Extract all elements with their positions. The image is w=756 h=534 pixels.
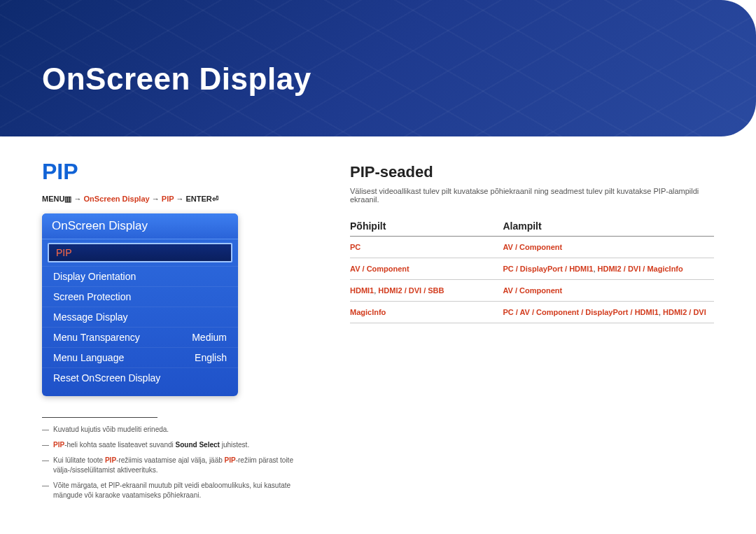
separator: / <box>513 243 519 251</box>
menu-item-menu-language[interactable]: Menu LanguageEnglish <box>42 347 238 367</box>
note-1: ―Kuvatud kujutis võib mudeliti erineda. <box>42 425 315 435</box>
note-4-text: Võite märgata, et PIP-ekraanil muutub pi… <box>53 481 315 500</box>
source-token: Component <box>367 265 410 273</box>
separator: / <box>579 308 585 316</box>
arrow-icon: → <box>176 195 183 203</box>
source-token: Component <box>536 308 579 316</box>
menu-item-label: Message Display <box>53 311 128 323</box>
note-2: ―PIP-heli kohta saate lisateavet suvandi… <box>42 440 315 450</box>
source-token: MagicInfo <box>647 265 682 273</box>
table-cell: AV / Component <box>350 258 503 280</box>
table-cell: AV / Component <box>503 237 714 258</box>
source-token: PC <box>503 265 513 273</box>
note-2-bold: Sound Select <box>176 441 220 449</box>
menu-spacer <box>42 388 238 396</box>
table-cell: AV / Component <box>503 280 714 302</box>
note-1-text: Kuvatud kujutis võib mudeliti erineda. <box>53 425 169 435</box>
separator: / <box>402 286 409 295</box>
menu-item-label: Display Orientation <box>53 271 136 282</box>
note-3-t2: -režiimis vaatamise ajal välja, jääb <box>116 456 225 464</box>
separator: / <box>563 265 569 273</box>
note-2-hl1: PIP <box>53 441 64 449</box>
table-cell: PC <box>350 237 503 258</box>
menu-header: OnScreen Display <box>42 213 238 239</box>
left-column: PIP MENU▥ → OnScreen Display → PIP → ENT… <box>42 159 315 506</box>
osd-menu-panel: OnScreen Display PIPDisplay OrientationS… <box>42 213 238 396</box>
note-3-hl2: PIP <box>225 456 236 464</box>
note-2-t1: -heli kohta saate lisateavet suvandi <box>64 441 175 449</box>
table-col1-header: Põhipilt <box>350 216 503 237</box>
source-token: DVI <box>409 286 421 295</box>
bc-osd: OnScreen Display <box>84 195 150 203</box>
separator: / <box>629 308 635 316</box>
table-cell: PC / AV / Component / DisplayPort / HDMI… <box>503 302 714 323</box>
note-3: ―Kui lülitate toote PIP-režiimis vaatami… <box>42 456 315 475</box>
right-heading: PIP-seaded <box>350 163 714 181</box>
table-row: HDMI1, HDMI2 / DVI / SBBAV / Component <box>350 280 714 302</box>
menu-item-label: PIP <box>56 247 72 258</box>
source-token: AV <box>519 308 529 316</box>
source-token: MagicInfo <box>350 308 386 316</box>
menu-item-display-orientation[interactable]: Display Orientation <box>42 266 238 286</box>
source-token: HDMI1 <box>569 265 593 273</box>
separator: / <box>360 265 366 273</box>
source-token: SBB <box>428 286 444 295</box>
menu-item-message-display[interactable]: Message Display <box>42 307 238 327</box>
note-3-text: Kui lülitate toote PIP-režiimis vaatamis… <box>53 456 315 475</box>
menu-item-value: Medium <box>192 332 227 343</box>
note-2-t2: juhistest. <box>220 441 249 449</box>
pip-table: Põhipilt Alampilt PCAV / ComponentAV / C… <box>350 216 714 323</box>
arrow-icon: → <box>74 195 81 203</box>
source-token: AV <box>503 286 512 295</box>
source-token: AV <box>503 243 512 251</box>
footnotes: ―Kuvatud kujutis võib mudeliti erineda. … <box>42 425 315 500</box>
note-2-text: PIP-heli kohta saate lisateavet suvandi … <box>53 440 249 450</box>
source-token: Component <box>519 243 562 251</box>
section-heading: PIP <box>42 159 315 185</box>
separator: / <box>421 286 428 295</box>
separator: / <box>514 265 520 273</box>
note-4: ―Võite märgata, et PIP-ekraanil muutub p… <box>42 481 315 500</box>
menu-item-label: Menu Transparency <box>53 332 140 343</box>
source-token: HDMI1 <box>350 286 374 295</box>
table-col2-header: Alampilt <box>503 216 714 237</box>
menu-item-reset-onscreen-display[interactable]: Reset OnScreen Display <box>42 367 238 388</box>
menu-item-label: Reset OnScreen Display <box>53 372 160 384</box>
table-cell: HDMI1, HDMI2 / DVI / SBB <box>350 280 503 302</box>
menu-item-pip[interactable]: PIP <box>48 243 232 262</box>
bc-menu: MENU <box>42 195 64 203</box>
table-row: MagicInfoPC / AV / Component / DisplayPo… <box>350 302 714 323</box>
page-banner: OnScreen Display <box>0 0 756 136</box>
table-row: AV / ComponentPC / DisplayPort / HDMI1, … <box>350 258 714 280</box>
separator: / <box>530 308 536 316</box>
source-token: PC <box>503 308 513 316</box>
menu-item-label: Menu Language <box>53 352 124 363</box>
source-token: DisplayPort <box>585 308 628 316</box>
bc-pip: PIP <box>162 195 174 203</box>
menu-items-container: PIPDisplay OrientationScreen ProtectionM… <box>42 243 238 388</box>
right-description: Välisest videoallikast tulev pilt kuvata… <box>350 187 714 204</box>
table-body: PCAV / ComponentAV / ComponentPC / Displ… <box>350 237 714 323</box>
separator: / <box>513 286 519 295</box>
note-divider <box>42 417 158 418</box>
menu-item-value: English <box>195 352 227 363</box>
source-token: HDMI1 <box>635 308 659 316</box>
menu-item-screen-protection[interactable]: Screen Protection <box>42 286 238 307</box>
banner-title: OnScreen Display <box>42 62 312 97</box>
note-3-t1: Kui lülitate toote <box>53 456 105 464</box>
arrow-icon: → <box>152 195 160 203</box>
separator: / <box>622 265 628 273</box>
menu-item-menu-transparency[interactable]: Menu TransparencyMedium <box>42 327 238 347</box>
source-token: DVI <box>628 265 640 273</box>
source-token: HDMI2 <box>661 308 687 316</box>
table-row: PCAV / Component <box>350 237 714 258</box>
breadcrumb: MENU▥ → OnScreen Display → PIP → ENTER⏎ <box>42 195 315 204</box>
menu-item-label: Screen Protection <box>53 291 131 302</box>
source-token: AV <box>350 265 360 273</box>
source-token: PC <box>350 243 360 251</box>
source-token: HDMI2 <box>595 265 621 273</box>
content-area: PIP MENU▥ → OnScreen Display → PIP → ENT… <box>0 136 756 506</box>
source-token: HDMI2 <box>376 286 402 295</box>
source-token: Component <box>519 286 562 295</box>
source-token: DisplayPort <box>520 265 563 273</box>
